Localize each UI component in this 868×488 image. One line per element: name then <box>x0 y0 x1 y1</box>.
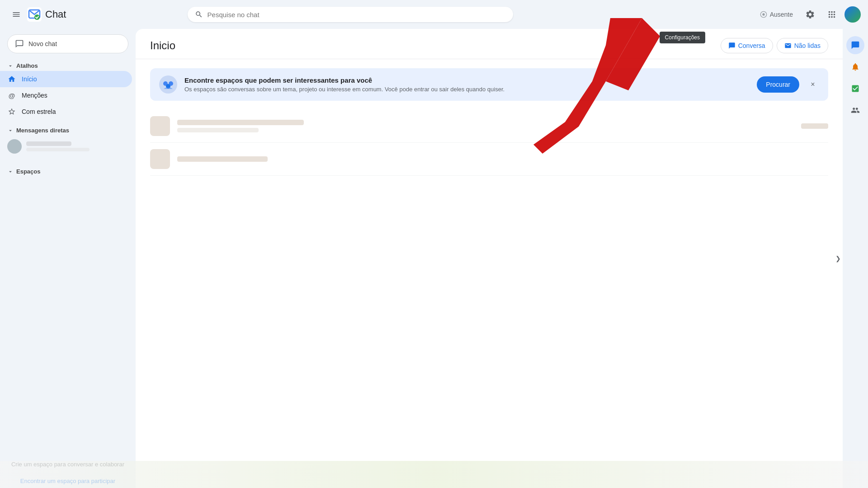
close-icon: × <box>811 80 815 89</box>
content-header: Inicio Conversa Não lidas <box>136 29 843 59</box>
conversa-button[interactable]: Conversa <box>721 38 773 53</box>
settings-icon <box>805 9 815 19</box>
chevron-down-mensagens-icon <box>7 127 14 134</box>
home-icon <box>7 75 16 84</box>
ph-right-1 <box>801 123 828 129</box>
right-panel <box>843 29 868 488</box>
ph-text-2 <box>177 156 268 162</box>
bottom-gradient <box>0 461 868 488</box>
dm-msg-placeholder-1 <box>26 148 90 151</box>
dm-avatar-1 <box>7 139 22 154</box>
mention-icon: @ <box>7 91 16 100</box>
sidebar-item-mencoes[interactable]: @ Menções <box>0 87 132 103</box>
banner-icon <box>159 75 177 94</box>
status-button[interactable]: Ausente <box>755 8 797 21</box>
chevron-down-espacos-icon <box>7 169 14 175</box>
banner-title: Encontre espaços que podem ser interessa… <box>184 76 750 84</box>
right-icon-people[interactable] <box>846 101 864 119</box>
sidebar-item-inicio[interactable]: Início <box>0 71 132 87</box>
banner-close-button[interactable]: × <box>807 78 819 91</box>
ph-line-1a <box>177 120 304 125</box>
ph-line-2a <box>177 128 259 132</box>
ph-line-1b <box>177 156 268 162</box>
atalhos-label: Atalhos <box>16 62 38 69</box>
search-input[interactable] <box>208 11 506 19</box>
sidebar-item-com-estrela[interactable]: Com estrela <box>0 103 132 120</box>
ph-avatar-1 <box>150 116 170 136</box>
nao-lidas-label: Não lidas <box>794 42 821 49</box>
procurar-button[interactable]: Procurar <box>757 76 799 93</box>
nao-lidas-icon <box>784 42 792 49</box>
status-label: Ausente <box>770 11 793 18</box>
new-chat-label: Novo chat <box>28 40 57 47</box>
mencoes-label: Menções <box>22 92 47 99</box>
new-chat-button[interactable]: Novo chat <box>7 34 128 53</box>
placeholder-item-1[interactable] <box>150 110 828 143</box>
settings-button[interactable]: Configurações <box>801 5 819 23</box>
apps-button[interactable] <box>823 5 841 23</box>
dm-name-placeholder-1 <box>26 141 71 146</box>
apps-icon <box>827 9 837 19</box>
espacos-label: Espaços <box>16 168 40 175</box>
scroll-right-icon: ❯ <box>835 255 841 262</box>
mensagens-diretas-label: Mensagens diretas <box>16 127 69 134</box>
placeholder-item-2[interactable] <box>150 143 828 176</box>
avatar[interactable] <box>844 6 861 23</box>
search-icon <box>195 10 203 19</box>
banner-description: Os espaços são conversas sobre um tema, … <box>184 86 750 93</box>
banner-content: Encontre espaços que podem ser interessa… <box>184 76 750 93</box>
placeholder-list <box>136 110 843 176</box>
app-title: Chat <box>45 9 66 20</box>
atalhos-section-header[interactable]: Atalhos <box>0 59 136 71</box>
new-chat-icon <box>15 39 24 48</box>
scroll-indicator[interactable]: ❯ <box>834 254 843 263</box>
ph-text-1 <box>177 120 304 132</box>
mensagens-diretas-section-header[interactable]: Mensagens diretas <box>0 123 136 136</box>
com-estrela-label: Com estrela <box>22 108 56 115</box>
right-icon-tasks[interactable] <box>846 80 864 98</box>
chevron-down-icon <box>7 63 14 69</box>
content-area: Inicio Conversa Não lidas <box>136 29 843 488</box>
espacos-section-header[interactable]: Espaços <box>0 164 136 177</box>
sidebar: Novo chat Atalhos Início @ Menções <box>0 29 136 488</box>
settings-tooltip: Configurações <box>660 32 705 43</box>
star-icon <box>7 107 16 116</box>
inicio-label: Início <box>22 75 37 83</box>
nao-lidas-button[interactable]: Não lidas <box>777 38 828 53</box>
svg-point-4 <box>762 13 764 15</box>
dm-text-1 <box>26 141 90 151</box>
search-bar[interactable] <box>188 7 513 22</box>
dm-item-1[interactable] <box>0 136 132 157</box>
menu-button[interactable] <box>7 5 25 23</box>
status-icon <box>760 11 767 18</box>
right-icon-notifications[interactable] <box>846 58 864 76</box>
app-logo: Chat <box>27 7 66 22</box>
conversa-icon <box>728 42 736 49</box>
header-actions: Conversa Não lidas <box>721 38 828 53</box>
ph-badge-1 <box>801 123 828 129</box>
svg-point-2 <box>34 14 40 20</box>
spaces-banner: Encontre espaços que podem ser interessa… <box>150 68 828 101</box>
content-title: Inicio <box>150 39 175 52</box>
conversa-label: Conversa <box>738 42 765 49</box>
right-icon-chat[interactable] <box>846 36 864 54</box>
ph-avatar-2 <box>150 149 170 169</box>
espacos-section: Espaços <box>0 164 136 177</box>
